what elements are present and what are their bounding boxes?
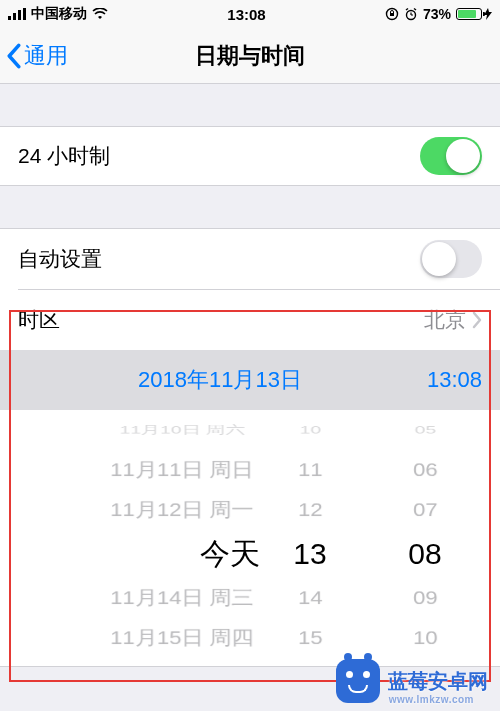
picker-item: 07 [413, 494, 438, 526]
signal-icon [8, 8, 26, 20]
picker-item: 12 [298, 494, 323, 526]
picker-item: 11月15日 周四 [110, 622, 254, 654]
picker-item: 05 [414, 421, 435, 439]
wifi-icon [92, 8, 108, 20]
picker-item: 09 [413, 582, 438, 614]
picker-col-minute[interactable]: 05 06 07 08 09 10 11 [350, 410, 500, 666]
svg-rect-1 [13, 13, 16, 20]
timezone-value: 北京 [424, 306, 466, 334]
picker-item: 11月14日 周三 [110, 582, 254, 614]
picker-item: 10 [299, 421, 320, 439]
alarm-icon [404, 7, 418, 21]
back-label: 通用 [24, 41, 68, 71]
svg-rect-5 [390, 13, 394, 16]
status-time: 13:08 [227, 6, 265, 23]
selected-time: 13:08 [427, 367, 482, 393]
picker-item: 11月11日 周日 [110, 454, 254, 486]
battery-icon [456, 8, 492, 20]
picker-item-selected: 08 [408, 530, 441, 578]
picker-col-date[interactable]: 11月10日 周六 11月11日 周日 11月12日 周一 今天 11月14日 … [0, 410, 270, 666]
back-button[interactable]: 通用 [0, 41, 68, 71]
row-label: 自动设置 [18, 245, 102, 273]
picker-item: 15 [298, 622, 323, 654]
row-selected-datetime[interactable]: 2018年11月13日 13:08 [0, 350, 500, 410]
picker-item: 10 [413, 622, 438, 654]
picker-item: 11月10日 周六 [120, 421, 245, 439]
row-label: 24 小时制 [18, 142, 110, 170]
row-timezone[interactable]: 时区 北京 [0, 290, 500, 350]
row-24-hour: 24 小时制 [0, 126, 500, 186]
picker-item: 11月12日 周一 [110, 494, 254, 526]
picker-item-selected: 13 [293, 530, 326, 578]
page-title: 日期与时间 [0, 41, 500, 71]
switch-auto-set[interactable] [420, 240, 482, 278]
switch-24-hour[interactable] [420, 137, 482, 175]
status-bar: 中国移动 13:08 73% [0, 0, 500, 28]
nav-bar: 通用 日期与时间 [0, 28, 500, 84]
watermark-text: 蓝莓安卓网 [388, 670, 488, 692]
svg-rect-2 [18, 10, 21, 20]
datetime-picker[interactable]: 11月10日 周六 11月11日 周日 11月12日 周一 今天 11月14日 … [0, 410, 500, 666]
battery-percent: 73% [423, 6, 451, 22]
svg-rect-3 [23, 8, 26, 20]
chevron-left-icon [6, 43, 22, 69]
chevron-right-icon [472, 311, 482, 329]
picker-item: 06 [413, 454, 438, 486]
orientation-lock-icon [385, 7, 399, 21]
svg-line-10 [414, 9, 416, 11]
watermark-url: www.lmkzw.com [389, 694, 474, 705]
selected-date: 2018年11月13日 [138, 365, 302, 395]
picker-item: 14 [298, 582, 323, 614]
row-auto-set: 自动设置 [0, 229, 500, 289]
picker-col-hour[interactable]: 10 11 12 13 14 15 16 [270, 410, 350, 666]
svg-rect-0 [8, 16, 11, 20]
row-label: 时区 [18, 306, 60, 334]
carrier-label: 中国移动 [31, 5, 87, 23]
picker-item-selected: 今天 [200, 530, 260, 578]
picker-item: 11 [298, 454, 323, 486]
svg-line-9 [406, 9, 408, 11]
